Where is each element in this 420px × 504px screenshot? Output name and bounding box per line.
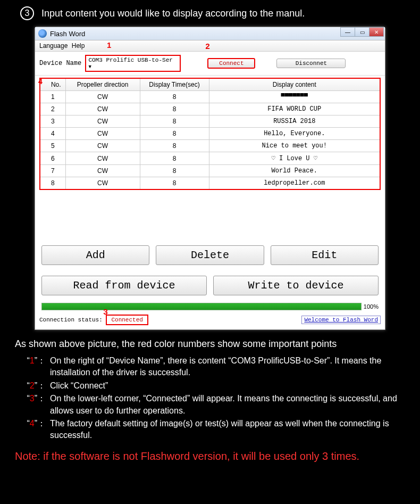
close-button[interactable]: ✕ (369, 27, 384, 37)
description-item: “2”：Click “Connect” (20, 380, 400, 392)
description-item: “3”：On the lower-left corner, “Connected… (20, 393, 400, 417)
cell-content: ledpropeller.com (209, 177, 380, 190)
col-content: Display content (209, 78, 380, 91)
description-heading: As shown above picture, the red color nu… (15, 338, 405, 350)
title-bar: Flash Word — ▭ ✕ (35, 27, 385, 40)
cell-time: 8 (140, 165, 209, 177)
table-row[interactable]: 6CW8♡ I Love U ♡ (40, 152, 380, 165)
disconnect-button[interactable]: Disconnet (276, 59, 346, 68)
cell-direction: CW (65, 115, 140, 128)
edit-button[interactable]: Edit (271, 245, 379, 265)
cell-content: Hello, Everyone. (209, 128, 380, 140)
add-button[interactable]: Add (41, 245, 149, 265)
cell-no: 6 (40, 152, 65, 165)
maximize-button[interactable]: ▭ (355, 27, 369, 37)
description-item: “4”：The factory default setting of image… (20, 418, 400, 442)
app-window: Flash Word — ▭ ✕ Language 1 Help Device … (35, 27, 385, 330)
col-direction: Propeller direction (65, 78, 140, 91)
cell-direction: CW (65, 128, 140, 140)
cell-time: 8 (140, 115, 209, 128)
description-item-num: “1”： (20, 355, 46, 379)
cell-content: ♡ I Love U ♡ (209, 152, 380, 165)
table-row[interactable]: 2CW8FIFA WORLD CUP (40, 103, 380, 115)
cell-direction: CW (65, 103, 140, 115)
connection-status-value: Connected (106, 315, 148, 325)
cell-no: 7 (40, 165, 65, 177)
col-time: Display Time(sec) (140, 78, 209, 91)
cell-no: 4 (40, 128, 65, 140)
annotation-2: 2 (205, 43, 210, 52)
app-icon (38, 29, 47, 38)
cell-direction: CW (65, 91, 140, 103)
annotation-3: 3 (103, 308, 108, 317)
cell-time: 8 (140, 103, 209, 115)
step-number-circle: 3 (20, 6, 34, 20)
cell-direction: CW (65, 165, 140, 177)
status-row: 3 Connection status: Connected Welcome t… (35, 312, 385, 329)
cell-content: Nice to meet you! (209, 140, 380, 152)
read-from-device-button[interactable]: Read from device (41, 276, 207, 295)
cell-no: 1 (40, 91, 65, 103)
device-row: Device Name COM3 Prolific USB-to-Ser ▼ 2… (35, 52, 385, 76)
cell-no: 5 (40, 140, 65, 152)
description-item: “1”：On the right of “Device Name”, there… (20, 355, 400, 379)
menu-help[interactable]: Help (72, 42, 85, 49)
table-row[interactable]: 1CW8▀▀▀▀▀▀▀ (40, 91, 380, 103)
table-row[interactable]: 8CW8ledpropeller.com (40, 177, 380, 190)
connect-button[interactable]: Connect (207, 58, 255, 69)
cell-time: 8 (140, 128, 209, 140)
cell-time: 8 (140, 140, 209, 152)
cell-direction: CW (65, 152, 140, 165)
table-area: 4 No. Propeller direction Display Time(s… (35, 76, 385, 240)
cell-time: 8 (140, 91, 209, 103)
device-name-combo[interactable]: COM3 Prolific USB-to-Ser ▼ (85, 55, 181, 72)
device-buttons-row: Read from device Write to device (35, 270, 385, 301)
description-item-num: “2”： (20, 380, 46, 392)
annotation-4: 4 (38, 77, 43, 86)
cell-time: 8 (140, 152, 209, 165)
connection-status-label: Connection status: (39, 317, 103, 323)
cell-no: 3 (40, 115, 65, 128)
step-header: 3 Input content you would like to displa… (0, 0, 420, 27)
table-row[interactable]: 5CW8Nice to meet you! (40, 140, 380, 152)
step-text: Input content you would like to display … (41, 8, 305, 19)
cell-content: ▀▀▀▀▀▀▀ (209, 91, 380, 103)
cell-content: RUSSIA 2018 (209, 115, 380, 128)
cell-content: World Peace. (209, 165, 380, 177)
progress-percent: 100% (364, 303, 379, 310)
cell-time: 8 (140, 177, 209, 190)
description-item-text: Click “Connect” (46, 380, 400, 392)
welcome-link[interactable]: Welcome to Flash Word (301, 316, 381, 324)
table-row[interactable]: 3CW8RUSSIA 2018 (40, 115, 380, 128)
progress-bar (41, 303, 362, 310)
menu-language[interactable]: Language (39, 42, 68, 49)
cell-content: FIFA WORLD CUP (209, 103, 380, 115)
annotation-1: 1 (107, 40, 111, 49)
description-item-num: “4”： (20, 418, 46, 442)
content-table: No. Propeller direction Display Time(sec… (39, 78, 381, 190)
window-title: Flash Word (50, 30, 85, 38)
cell-direction: CW (65, 140, 140, 152)
progress-row: 100% (35, 301, 385, 312)
cell-no: 8 (40, 177, 65, 190)
col-no: No. (40, 78, 65, 91)
minimize-button[interactable]: — (340, 27, 355, 37)
description-item-text: The factory default setting of image(s) … (46, 418, 400, 442)
crud-buttons-row: Add Delete Edit (35, 240, 385, 270)
table-row[interactable]: 7CW8World Peace. (40, 165, 380, 177)
note-text: Note: if the software is not Flashword v… (0, 444, 420, 472)
cell-no: 2 (40, 103, 65, 115)
cell-direction: CW (65, 177, 140, 190)
write-to-device-button[interactable]: Write to device (213, 276, 379, 295)
delete-button[interactable]: Delete (156, 245, 264, 265)
description-item-text: On the right of “Device Name”, there is … (46, 355, 400, 379)
description-block: As shown above picture, the red color nu… (0, 336, 420, 442)
table-row[interactable]: 4CW8Hello, Everyone. (40, 128, 380, 140)
description-item-text: On the lower-left corner, “Connected” wi… (46, 393, 400, 417)
device-name-label: Device Name (39, 60, 81, 67)
chevron-down-icon: ▼ (88, 64, 91, 70)
description-item-num: “3”： (20, 393, 46, 417)
